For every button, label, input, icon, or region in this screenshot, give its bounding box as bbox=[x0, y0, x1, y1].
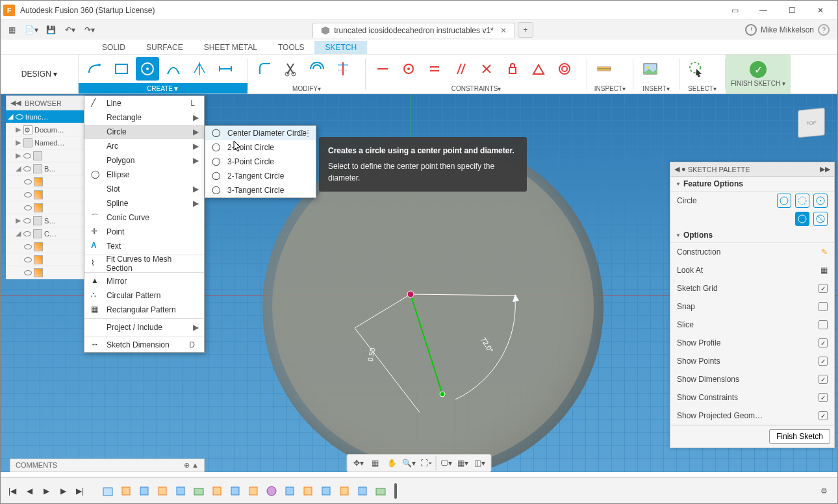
timeline-play[interactable]: ▶ bbox=[40, 485, 53, 498]
circle-opt-2[interactable] bbox=[795, 194, 809, 208]
menu-circular-pattern[interactable]: ∴Circular Pattern bbox=[84, 288, 204, 303]
submenu-3tangent[interactable]: ◯3-Tangent Circle bbox=[205, 183, 316, 197]
orbit-icon[interactable]: ✥▾ bbox=[351, 456, 366, 470]
menu-polygon[interactable]: Polygon▶ bbox=[84, 153, 204, 168]
timeline-step[interactable] bbox=[374, 484, 388, 498]
timeline-step[interactable] bbox=[246, 484, 260, 498]
tab-sketch[interactable]: SKETCH bbox=[314, 41, 367, 54]
timeline-cursor[interactable] bbox=[394, 483, 397, 499]
submenu-2tangent[interactable]: ◯2-Tangent Circle bbox=[205, 169, 316, 183]
tree-row[interactable]: ◢C… bbox=[6, 227, 89, 240]
timeline-step[interactable] bbox=[355, 484, 370, 498]
timeline-step[interactable] bbox=[101, 484, 115, 498]
rectangle-tool-icon[interactable] bbox=[110, 57, 133, 81]
finish-sketch-button[interactable]: ✓ FINISH SKETCH ▾ bbox=[726, 55, 791, 94]
menu-fit-curves[interactable]: ⌇Fit Curves to Mesh Section bbox=[84, 257, 204, 271]
grid-icon[interactable]: ▦ bbox=[3, 22, 20, 38]
timeline-prev[interactable]: ◀ bbox=[23, 485, 36, 498]
comments-bar[interactable]: COMMENTS⊕ ▲ bbox=[10, 459, 205, 472]
fit-icon[interactable]: ⛶▾ bbox=[419, 456, 433, 470]
option-construction[interactable]: Construction✎ bbox=[670, 243, 834, 261]
menu-circle[interactable]: Circle▶ bbox=[84, 125, 204, 139]
lookat-icon[interactable]: ▦ bbox=[368, 456, 383, 470]
inspect-group-label[interactable]: INSPECT ▾ bbox=[587, 83, 633, 94]
palette-options-section[interactable]: Options bbox=[670, 228, 834, 243]
option-slice[interactable]: Slice bbox=[670, 316, 834, 334]
circle-opt-4[interactable] bbox=[795, 212, 809, 226]
timeline-step[interactable] bbox=[192, 484, 206, 498]
create-group-label[interactable]: CREATE ▼ bbox=[79, 83, 248, 94]
finish-sketch-palette-button[interactable]: Finish Sketch bbox=[769, 429, 830, 444]
viewport-icon[interactable]: ◫▾ bbox=[473, 456, 487, 470]
horizontal-constraint-icon[interactable] bbox=[371, 57, 394, 81]
parallel-constraint-icon[interactable] bbox=[449, 57, 472, 81]
option-lookat[interactable]: Look At▦ bbox=[670, 261, 834, 279]
perpendicular-constraint-icon[interactable] bbox=[475, 57, 498, 81]
option-sketch-grid[interactable]: Sketch Grid bbox=[670, 279, 834, 297]
measure-tool-icon[interactable] bbox=[592, 57, 616, 81]
maximize-button[interactable]: ☐ bbox=[778, 1, 806, 20]
fillet-tool-icon[interactable] bbox=[253, 57, 277, 81]
option-show-projected[interactable]: Show Projected Geom… bbox=[670, 407, 834, 425]
circle-opt-5[interactable] bbox=[813, 212, 828, 226]
equal-constraint-icon[interactable] bbox=[423, 57, 446, 81]
menu-arc[interactable]: Arc▶ bbox=[84, 139, 204, 153]
timeline-step[interactable] bbox=[337, 484, 351, 498]
submenu-3point[interactable]: ◯3-Point Circle bbox=[205, 155, 316, 169]
menu-ellipse[interactable]: ◯Ellipse bbox=[84, 168, 204, 182]
restore-small-icon[interactable]: ▭ bbox=[720, 1, 749, 20]
settings-gear-icon[interactable]: ⚙ bbox=[817, 484, 831, 498]
file-menu-icon[interactable]: 📄▾ bbox=[23, 22, 40, 38]
trim-tool-icon[interactable] bbox=[279, 57, 303, 81]
tree-row[interactable]: ▶S… bbox=[6, 214, 89, 227]
timeline-end[interactable]: ▶| bbox=[73, 485, 86, 498]
timeline-step[interactable] bbox=[173, 484, 188, 498]
tab-sheet-metal[interactable]: SHEET METAL bbox=[194, 41, 268, 54]
constraints-group-label[interactable]: CONSTRAINTS ▾ bbox=[366, 83, 587, 94]
option-show-profile[interactable]: Show Profile bbox=[670, 334, 834, 352]
timeline-next[interactable]: ▶ bbox=[57, 485, 70, 498]
display-icon[interactable]: 🖵▾ bbox=[439, 456, 453, 470]
palette-header[interactable]: ◀ ● SKETCH PALETTE▶▶ bbox=[670, 162, 834, 177]
tree-row[interactable] bbox=[6, 240, 89, 253]
tab-solid[interactable]: SOLID bbox=[92, 41, 136, 54]
coincident-constraint-icon[interactable] bbox=[397, 57, 420, 81]
timeline-step[interactable] bbox=[210, 484, 224, 498]
menu-conic[interactable]: ⌒Conic Curve bbox=[84, 210, 204, 225]
grid-display-icon[interactable]: ▦▾ bbox=[456, 456, 470, 470]
concentric-constraint-icon[interactable] bbox=[553, 57, 576, 81]
tree-row[interactable] bbox=[6, 175, 89, 188]
undo-icon[interactable]: ↶▾ bbox=[62, 22, 79, 38]
menu-project[interactable]: Project / Include▶ bbox=[84, 320, 204, 334]
palette-feature-section[interactable]: Feature Options bbox=[670, 177, 834, 192]
menu-point[interactable]: ✛Point bbox=[84, 225, 204, 239]
select-tool-icon[interactable] bbox=[685, 57, 708, 81]
option-show-dimensions[interactable]: Show Dimensions bbox=[670, 370, 834, 388]
line-tool-icon[interactable] bbox=[84, 57, 107, 81]
circle-tool-icon[interactable] bbox=[136, 57, 159, 81]
tree-row[interactable] bbox=[6, 253, 89, 266]
circle-opt-1[interactable] bbox=[777, 194, 791, 208]
timeline-start[interactable]: |◀ bbox=[6, 485, 19, 498]
close-tab-icon[interactable]: ✕ bbox=[500, 26, 507, 35]
browser-header[interactable]: ◀◀BROWSER bbox=[6, 95, 89, 110]
menu-slot[interactable]: Slot▶ bbox=[84, 182, 204, 196]
browser-root[interactable]: ◢trunc… bbox=[6, 110, 89, 123]
menu-mirror[interactable]: ▲Mirror bbox=[84, 274, 204, 288]
modify-group-label[interactable]: MODIFY ▾ bbox=[248, 83, 365, 94]
arc-tool-icon[interactable] bbox=[162, 57, 185, 81]
option-show-points[interactable]: Show Points bbox=[670, 352, 834, 370]
new-tab-button[interactable]: + bbox=[518, 22, 533, 38]
submenu-center-diameter[interactable]: ◯Center Diameter CircleC⋮ bbox=[205, 126, 316, 140]
timeline-step[interactable] bbox=[228, 484, 242, 498]
tab-tools[interactable]: TOOLS bbox=[268, 41, 314, 54]
tree-row[interactable]: ◢B… bbox=[6, 162, 89, 175]
help-icon[interactable]: ? bbox=[818, 24, 830, 36]
mirror-tool-icon[interactable] bbox=[188, 57, 211, 81]
tree-row[interactable] bbox=[6, 201, 89, 214]
timeline-step[interactable] bbox=[319, 484, 333, 498]
dimension-tool-icon[interactable] bbox=[214, 57, 237, 81]
viewcube[interactable]: TOP bbox=[798, 108, 824, 138]
timeline-step[interactable] bbox=[301, 484, 315, 498]
select-group-label[interactable]: SELECT ▾ bbox=[679, 83, 725, 94]
